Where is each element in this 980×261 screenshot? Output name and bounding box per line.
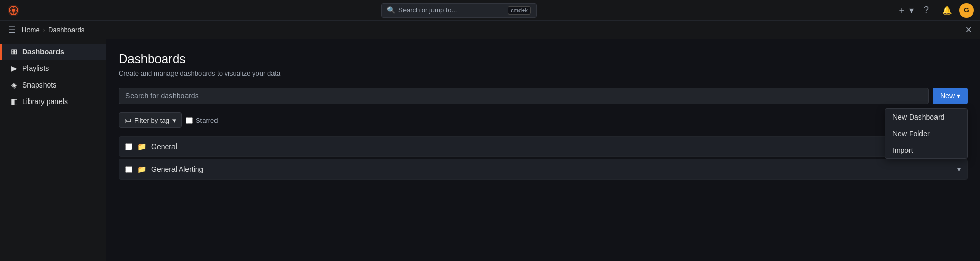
new-button-chevron: ▾ [957,92,960,100]
sidebar-item-library-panels[interactable]: ◧ Library panels [0,93,106,110]
search-icon: 🔍 [387,6,395,14]
dashboard-list: 📁 General 📁 General Alerting ▾ [119,136,968,180]
starred-label: Starred [196,117,218,124]
user-avatar[interactable]: G [959,3,974,18]
filter-tag-chevron: ▾ [172,117,176,124]
folder-icon-general-alerting: 📁 [137,165,146,173]
notifications-button[interactable]: 🔔 [939,2,955,19]
sidebar-item-snapshots-label: Snapshots [22,81,56,89]
sidebar: ⊞ Dashboards ▶ Playlists ◈ Snapshots ◧ L… [0,39,106,261]
sidebar-item-library-panels-label: Library panels [22,97,68,106]
collapse-icon: ✕ [965,25,972,35]
topnav-left [6,3,21,18]
search-shortcut-badge: cmd+k [508,6,531,15]
dashboards-icon: ⊞ [10,48,18,56]
help-icon: ? [924,5,929,16]
hamburger-icon: ☰ [8,25,16,35]
topnav-right: ＋ ▾ ? 🔔 G [897,2,974,19]
folder-icon-general: 📁 [137,142,146,151]
row-name-general-alerting: General Alerting [151,165,203,173]
playlists-icon: ▶ [10,64,18,72]
collapse-sidebar-button[interactable]: ✕ [965,25,972,35]
bell-icon: 🔔 [942,6,952,15]
page-subtitle: Create and manage dashboards to visualiz… [119,69,968,77]
breadcrumb-home-link[interactable]: Home [22,26,40,34]
toolbar: New ▾ New Dashboard New Folder Import [119,88,968,104]
global-search-bar[interactable]: 🔍 Search or jump to... cmd+k [381,3,537,18]
table-row[interactable]: 📁 General Alerting ▾ [119,159,968,180]
row-checkbox-general[interactable] [125,143,132,150]
breadcrumb-bar: ☰ Home › Dashboards ✕ [0,21,980,39]
grafana-logo[interactable] [6,3,21,18]
sidebar-item-snapshots[interactable]: ◈ Snapshots [0,77,106,93]
breadcrumb-left-group: ☰ Home › Dashboards [8,25,84,35]
new-dropdown-menu: New Dashboard New Folder Import [885,108,968,159]
sidebar-item-dashboards[interactable]: ⊞ Dashboards [0,44,106,60]
search-bar-placeholder: Search or jump to... [398,6,457,14]
top-navigation: 🔍 Search or jump to... cmd+k ＋ ▾ ? 🔔 G [0,0,980,21]
import-option[interactable]: Import [885,142,967,158]
sidebar-item-playlists[interactable]: ▶ Playlists [0,60,106,77]
row-name-general: General [151,142,177,151]
main-layout: ⊞ Dashboards ▶ Playlists ◈ Snapshots ◧ L… [0,39,980,261]
library-panels-icon: ◧ [10,97,18,106]
sidebar-item-dashboards-label: Dashboards [22,48,64,56]
breadcrumb-current-page: Dashboards [48,26,84,34]
new-button-label: New [940,92,955,100]
breadcrumb-separator: › [43,26,45,34]
new-button[interactable]: New ▾ [933,88,968,104]
filter-by-tag-button[interactable]: 🏷 Filter by tag ▾ [119,112,182,128]
table-row[interactable]: 📁 General [119,136,968,157]
breadcrumb: Home › Dashboards [22,26,84,34]
row-checkbox-general-alerting[interactable] [125,166,132,173]
menu-toggle-button[interactable]: ☰ [8,25,16,35]
row-expand-chevron[interactable]: ▾ [957,165,961,173]
plus-icon: ＋ ▾ [897,4,914,17]
main-content: Dashboards Create and manage dashboards … [106,39,980,261]
add-button[interactable]: ＋ ▾ [897,2,914,19]
sidebar-item-playlists-label: Playlists [22,64,49,72]
starred-filter[interactable]: Starred [186,117,218,124]
starred-checkbox[interactable] [186,117,193,124]
help-button[interactable]: ? [918,2,934,19]
new-folder-option[interactable]: New Folder [885,125,967,142]
snapshots-icon: ◈ [10,81,18,89]
svg-point-2 [12,9,15,12]
tag-icon: 🏷 [124,117,131,124]
filter-tag-label: Filter by tag [134,117,169,124]
page-title: Dashboards [119,52,968,66]
new-button-wrapper: New ▾ New Dashboard New Folder Import [933,88,968,104]
dashboard-search-input[interactable] [119,88,929,104]
new-dashboard-option[interactable]: New Dashboard [885,109,967,125]
filter-bar: 🏷 Filter by tag ▾ Starred 📁 ≡ ⇅ Sort [119,112,968,128]
